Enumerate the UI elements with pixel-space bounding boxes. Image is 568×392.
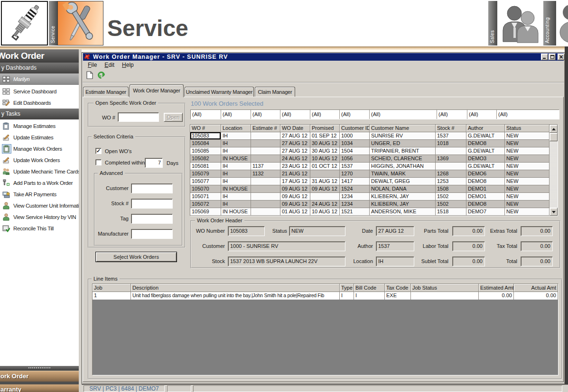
results-header-cell[interactable]: Location <box>221 125 251 132</box>
menu-file[interactable]: File <box>84 61 101 69</box>
line-items-cell[interactable]: I <box>354 292 385 300</box>
sidebar-section-header[interactable]: y Tasks <box>0 109 79 119</box>
results-cell[interactable]: 105070 <box>190 185 221 193</box>
advanced-input-stock-[interactable] <box>131 199 173 209</box>
results-cell[interactable]: 1056 <box>340 155 370 163</box>
filter-cell[interactable]: (All) <box>251 110 280 119</box>
sidebar-item-update-mechanic-time-cards[interactable]: Update Mechanic Time Cards <box>0 166 79 177</box>
results-cell[interactable]: NEW <box>505 178 549 185</box>
results-header-cell[interactable]: WO Date <box>280 125 310 132</box>
results-cell[interactable]: 09 AUG 12 <box>280 193 310 201</box>
sidebar-item-update-estimates[interactable]: Update Estimates <box>0 132 79 143</box>
results-cell[interactable]: 27 AUG 12 <box>280 140 310 147</box>
advanced-input-customer[interactable] <box>131 183 173 193</box>
results-cell[interactable]: G.DEWALT <box>466 132 505 140</box>
results-cell[interactable]: 10 AUG 12 <box>310 155 340 163</box>
line-items-header-cell[interactable]: Tax Code <box>385 284 411 292</box>
results-cell[interactable]: 27 AUG 12 <box>280 147 310 155</box>
results-cell[interactable]: IN HOUSE <box>221 155 251 163</box>
line-items-cell[interactable]: EXE <box>385 292 411 300</box>
open-wos-checkbox[interactable]: ✓ <box>95 148 102 154</box>
results-cell[interactable]: DEMO1 <box>466 193 505 201</box>
results-cell[interactable]: IN HOUSE <box>221 185 251 193</box>
results-cell[interactable]: DEMO8 <box>466 140 505 147</box>
results-cell[interactable]: DEMO7 <box>466 208 505 216</box>
results-cell[interactable] <box>251 201 280 208</box>
sidebar-item-reconcile-this-till[interactable]: Reconcile This Till <box>0 223 79 234</box>
results-cell[interactable] <box>251 178 280 185</box>
accounting-vertical-tab[interactable]: Accounting <box>543 1 556 46</box>
results-cell[interactable]: IH <box>221 193 251 201</box>
line-items-header-cell[interactable]: Job <box>93 284 131 292</box>
results-cell[interactable]: 1537 <box>340 163 370 170</box>
results-cell[interactable]: DEMO1 <box>466 185 505 193</box>
results-cell[interactable]: NEW <box>505 193 549 201</box>
results-row[interactable]: 105070IN HOUSE09 AUG 1209 AUG 121524NOLA… <box>190 185 558 193</box>
results-cell[interactable]: 23 AUG 12 <box>280 163 310 170</box>
results-row[interactable]: 105079IH113221 AUG 121270TWAIN, MARK1268… <box>190 170 558 178</box>
menu-edit[interactable]: Edit <box>101 61 118 69</box>
results-cell[interactable]: 105079 <box>190 170 221 178</box>
line-items-header-cell[interactable]: Type <box>340 284 354 292</box>
results-cell[interactable]: 1537 <box>436 132 466 140</box>
results-header-cell[interactable]: Customer Name <box>370 125 436 132</box>
results-cell[interactable]: DEMO3 <box>466 155 505 163</box>
results-cell[interactable]: 24 AUG 12 <box>280 155 310 163</box>
sidebar-item-update-work-orders[interactable]: Update Work Orders <box>0 155 79 165</box>
results-header-cell[interactable]: Stock # <box>436 125 466 132</box>
line-items-header-cell[interactable]: Job Status <box>411 284 479 292</box>
sales-vertical-tab[interactable]: Sales <box>488 1 497 46</box>
results-cell[interactable] <box>251 208 280 216</box>
results-cell[interactable]: 105082 <box>190 155 221 163</box>
sidebar-item-marilyn[interactable]: Marilyn <box>0 73 79 85</box>
sidebar-item-add-parts-to-a-work-order[interactable]: Add Parts to a Work Order <box>0 178 79 188</box>
results-cell[interactable]: 1034 <box>340 140 370 147</box>
results-cell[interactable]: KLIEBERN, JAY <box>370 201 436 208</box>
select-work-orders-button[interactable]: Select Work Orders <box>95 252 177 262</box>
results-cell[interactable]: NEW <box>505 185 549 193</box>
filter-cell[interactable]: (All) <box>370 110 437 119</box>
results-cell[interactable]: KLIEBERN, JAY <box>370 193 436 201</box>
filter-cell[interactable]: (All) <box>340 110 370 119</box>
results-cell[interactable]: 09 AUG 12 <box>310 185 340 193</box>
tab-unclaimed-warranty-manager[interactable]: Unclaimed Warranty Manager <box>185 87 254 97</box>
results-cell[interactable]: TWAIN, MARK <box>370 170 436 178</box>
results-cell[interactable] <box>251 132 280 140</box>
sidebar-grip[interactable] <box>0 366 79 371</box>
results-cell[interactable]: 105084 <box>190 140 221 147</box>
line-items-cell[interactable]: 0.00 <box>514 292 558 300</box>
results-cell[interactable]: 1253 <box>436 178 466 185</box>
results-cell[interactable]: 1518 <box>436 208 466 216</box>
results-scrollbar[interactable] <box>549 125 558 216</box>
results-row[interactable]: 105069IN HOUSE01 AUG 1210 AUG 121521ANDE… <box>190 208 558 216</box>
wo-number-input[interactable] <box>118 112 159 122</box>
service-tools-box[interactable] <box>57 1 103 46</box>
results-cell[interactable]: G.DEWALT <box>466 163 505 170</box>
results-row[interactable]: 105083IH27 AUG 1201 SEP 121000SUNRISE RV… <box>190 132 558 140</box>
line-items-cell[interactable]: I <box>340 292 354 300</box>
results-row[interactable]: 105084IH27 AUG 1230 AUG 121034UNGER, ED1… <box>190 140 558 147</box>
sidebar-band-work-order[interactable]: ork Order <box>0 371 79 382</box>
results-cell[interactable]: IH <box>221 178 251 185</box>
completed-within-checkbox[interactable] <box>95 159 102 165</box>
line-items-header-cell[interactable]: Bill Code <box>354 284 385 292</box>
sales-people-box[interactable] <box>497 1 543 46</box>
sidebar-item-manage-work-orders[interactable]: Manage Work Orders <box>0 144 79 154</box>
results-row[interactable]: 105071IH09 AUG 121234KLIEBERN, JAY1502DE… <box>190 193 558 201</box>
results-cell[interactable]: 27 AUG 12 <box>280 132 310 140</box>
filter-cell[interactable]: (All) <box>310 110 340 119</box>
results-cell[interactable]: 1018 <box>436 140 466 147</box>
results-cell[interactable]: NEW <box>505 170 549 178</box>
maximize-button[interactable] <box>549 54 556 60</box>
tab-claim-manager[interactable]: Claim Manager <box>255 87 295 97</box>
results-cell[interactable]: 09 AUG 12 <box>280 185 310 193</box>
line-items-header-cell[interactable]: Estimated Amt <box>479 284 514 292</box>
results-cell[interactable]: 1508 <box>436 185 466 193</box>
results-cell[interactable]: DEMO6 <box>466 170 505 178</box>
results-cell[interactable]: 17 AUG 12 <box>280 178 310 185</box>
new-document-icon[interactable] <box>86 71 93 79</box>
line-items-cell[interactable]: Unit had fiberglass damage when pulling … <box>131 292 340 300</box>
results-cell[interactable]: IH <box>221 147 251 155</box>
results-cell[interactable]: NEW <box>505 140 549 147</box>
line-items-cell[interactable] <box>411 292 479 300</box>
